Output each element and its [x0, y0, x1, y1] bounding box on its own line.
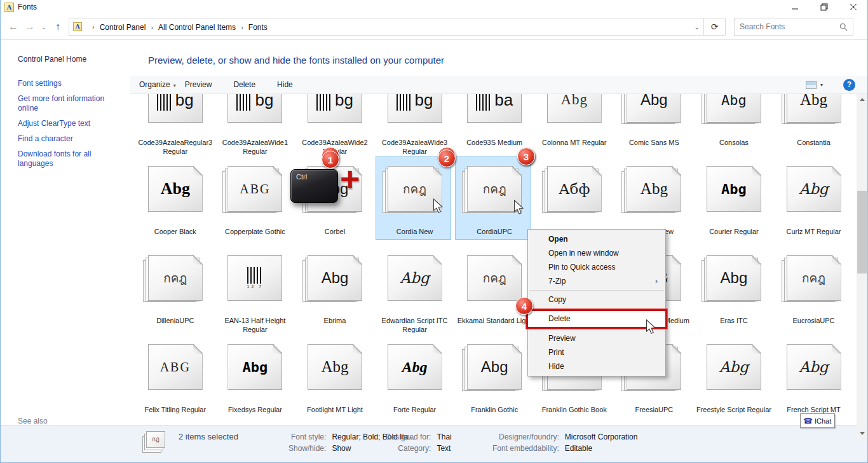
font-name-label: FreesiaUPC [614, 405, 695, 414]
font-tile-code39azaleawide1-regular[interactable]: bgCode39AzaleaWide1 Regular [215, 94, 295, 162]
font-tile-eras-itc[interactable]: AbgEras ITC [694, 251, 774, 340]
sidebar-link-get-more-font-information-online[interactable]: Get more font information online [18, 94, 116, 113]
context-menu-item-open[interactable]: Open [528, 232, 665, 246]
font-name-label: Curlz MT Regular [774, 227, 854, 236]
font-tile-freestyle-script-regular[interactable]: AbgFreestyle Script Regular [694, 340, 774, 425]
recent-locations-dropdown[interactable]: ⌄ [38, 24, 50, 31]
hide-button[interactable]: Hide [277, 80, 293, 89]
font-tile-fixedsys-regular[interactable]: AbgFixedsys Regular [215, 340, 295, 425]
font-tile-footlight-mt-light[interactable]: AbgFootlight MT Light [295, 340, 375, 425]
context-menu-item-7-zip[interactable]: 7-Zip› [528, 274, 665, 288]
font-preview-page: Abg [787, 166, 841, 212]
scroll-down-button[interactable] [857, 428, 867, 439]
context-menu-item-preview[interactable]: Preview [528, 331, 665, 345]
scrollbar-thumb[interactable] [857, 191, 867, 273]
breadcrumb-separator: › [151, 24, 153, 31]
font-tile-cooper-black[interactable]: AbgCooper Black [135, 162, 215, 251]
sidebar-item-control-panel-home[interactable]: Control Panel Home [18, 55, 124, 64]
font-tile-constantia[interactable]: AbgConstantia [774, 94, 854, 162]
font-name-label: Code93S Medium [454, 138, 534, 147]
scroll-up-button[interactable] [857, 94, 867, 105]
context-menu-item-print[interactable]: Print [528, 345, 665, 359]
font-tile-dilleniaupc[interactable]: กคฎDilleniaUPC [135, 251, 215, 340]
page-fold-corner [512, 256, 521, 265]
barcode-letters: ba [494, 94, 513, 110]
change-view-button[interactable] [806, 81, 817, 89]
sidebar-link-adjust-cleartype-text[interactable]: Adjust ClearType text [18, 119, 116, 128]
title-bar: A Fonts [0, 0, 868, 14]
font-preview-page: Abg [707, 255, 761, 301]
context-menu: OpenOpen in new windowPin to Quick acces… [527, 229, 666, 377]
submenu-arrow-icon: › [655, 274, 658, 288]
font-tile-french-script-mt[interactable]: AbgFrench Script MT [774, 340, 854, 425]
minimize-button[interactable] [780, 0, 810, 14]
page-fold-corner [672, 256, 681, 265]
font-tile-forte-regular[interactable]: AbgForte Regular [375, 340, 455, 425]
page-fold-corner [193, 345, 202, 354]
mouse-cursor [433, 198, 444, 217]
search-input[interactable] [740, 22, 839, 31]
font-preview-page: bg [308, 94, 362, 123]
font-tile-consolas[interactable]: AbgConsolas [694, 94, 774, 162]
font-tile-eucrosiaupc[interactable]: กคฎEucrosiaUPC [774, 251, 854, 340]
back-button[interactable]: ← [5, 21, 22, 32]
fonts-address-icon: A [73, 22, 82, 31]
font-tile-felix-titling-regular[interactable]: ABGFelix Titling Regular [135, 340, 215, 425]
address-bar[interactable]: A › Control Panel›All Control Panel Item… [69, 18, 704, 36]
sidebar-link-download-fonts-for-all-languages[interactable]: Download fonts for all languages [18, 149, 116, 169]
vertical-scrollbar[interactable] [857, 94, 867, 439]
font-tile-franklin-gothic[interactable]: AbgFranklin Gothic [454, 340, 534, 425]
font-name-label: Cordia New [375, 227, 455, 236]
font-tile-edwardian-script-itc-regular[interactable]: AbgEdwardian Script ITC Regular [375, 251, 455, 340]
font-tile-colonna-mt-regular[interactable]: AbgColonna MT Regular [534, 94, 614, 162]
font-icon: Abg [375, 342, 455, 390]
context-menu-item-hide[interactable]: Hide [528, 359, 665, 373]
font-icon: Abg [694, 342, 774, 390]
sidebar-link-font-settings[interactable]: Font settings [18, 79, 116, 88]
breadcrumb: Control Panel›All Control Panel Items›Fo… [100, 21, 268, 32]
font-tile-comic-sans-ms[interactable]: AbgComic Sans MS [614, 94, 695, 162]
context-menu-item-pin-to-quick-access[interactable]: Pin to Quick access [528, 260, 665, 274]
search-box[interactable] [734, 18, 853, 36]
view-dropdown-icon[interactable]: ▾ [820, 82, 823, 88]
font-icon: Abg [534, 94, 614, 123]
barcode-letters: bg [415, 94, 433, 110]
context-menu-item-open-in-new-window[interactable]: Open in new window [528, 246, 665, 260]
barcode-glyph: 12 7 [247, 267, 264, 289]
font-tile-courier-regular[interactable]: AbgCourier Regular [694, 162, 774, 251]
font-preview-page: Abg [148, 166, 203, 212]
barcode-digits: 12 7 [247, 284, 264, 289]
address-dropdown-icon[interactable]: ⌄ [695, 24, 700, 31]
font-icon: bg [215, 94, 295, 123]
font-sample-glyph: Abg [641, 180, 668, 198]
font-icon: ABG [135, 342, 215, 390]
sidebar-link-find-a-character[interactable]: Find a character [18, 134, 116, 144]
preview-button[interactable]: Preview [185, 80, 212, 89]
help-button[interactable]: ? [843, 79, 855, 91]
refresh-button[interactable]: ⟳ [704, 18, 726, 36]
font-name-label: Consolas [694, 138, 774, 147]
font-tile-code39azalearegular3-regular[interactable]: bgCode39AzaleaRegular3 Regular [135, 94, 215, 162]
context-menu-item-copy[interactable]: Copy [528, 293, 665, 307]
status-field-label: Designed for: [386, 432, 431, 441]
chat-icon: ☎ [803, 417, 813, 425]
delete-button[interactable]: Delete [233, 80, 255, 89]
font-tile-curlz-mt-regular[interactable]: AbgCurlz MT Regular [774, 162, 854, 251]
up-button[interactable]: ↑ [50, 21, 66, 32]
page-fold-corner [193, 167, 202, 176]
breadcrumb-item-fonts[interactable]: Fonts [248, 23, 268, 32]
breadcrumb-item-control-panel[interactable]: Control Panel [100, 23, 146, 32]
font-icon: Abg [694, 164, 774, 212]
font-sample-glyph: Abg [402, 359, 428, 376]
font-tile-ekkamai-standard-light[interactable]: กคฎEkkamai Standard Light [454, 251, 534, 340]
close-button[interactable] [839, 0, 868, 14]
restore-button[interactable] [810, 0, 839, 14]
font-tile-ean-13-half-height-regular[interactable]: 12 7EAN-13 Half Height Regular [215, 251, 295, 340]
font-tile-copperplate-gothic[interactable]: ABGCopperplate Gothic [215, 162, 295, 251]
font-icon: bg [295, 94, 375, 123]
forward-button[interactable]: → [22, 21, 38, 32]
breadcrumb-item-all-control-panel-items[interactable]: All Control Panel Items [158, 23, 236, 32]
font-sample-glyph: Abg [721, 94, 747, 108]
font-tile-ebrima[interactable]: AbgEbrima [295, 251, 375, 340]
organize-button[interactable]: Organize▾ [139, 80, 176, 89]
